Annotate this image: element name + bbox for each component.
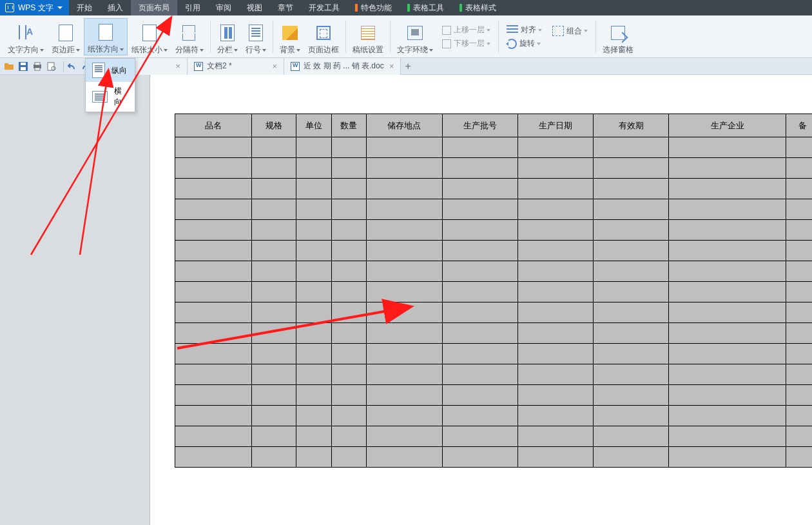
table-cell[interactable] <box>442 426 517 447</box>
table-cell[interactable] <box>175 241 252 261</box>
btn-selection-pane[interactable]: 选择窗格 <box>599 18 637 55</box>
table-cell[interactable] <box>252 406 296 426</box>
btn-bring-forward[interactable]: 上移一层 <box>440 23 493 37</box>
menu-review[interactable]: 审阅 <box>208 0 239 15</box>
close-icon[interactable]: × <box>272 61 277 71</box>
table-cell[interactable] <box>367 199 442 220</box>
table-cell[interactable] <box>252 426 296 447</box>
btn-orientation[interactable]: 纸张方向 <box>84 18 128 55</box>
table-cell[interactable] <box>296 302 332 323</box>
btn-align[interactable]: 对齐 <box>504 23 545 37</box>
table-cell[interactable] <box>669 137 786 158</box>
table-cell[interactable] <box>517 447 593 468</box>
table-cell[interactable] <box>442 220 517 241</box>
table-cell[interactable] <box>517 220 593 241</box>
table-cell[interactable] <box>786 447 812 468</box>
btn-text-direction[interactable]: 文字方向 <box>4 18 48 55</box>
table-cell[interactable] <box>296 344 332 364</box>
table-cell[interactable] <box>442 282 517 302</box>
table-cell[interactable] <box>367 282 442 302</box>
table-cell[interactable] <box>442 241 517 261</box>
table-cell[interactable] <box>331 302 367 323</box>
table-cell[interactable] <box>594 447 669 468</box>
table-row[interactable] <box>175 385 813 406</box>
table-cell[interactable] <box>594 261 669 282</box>
table-row[interactable] <box>175 261 813 282</box>
table-cell[interactable] <box>442 447 517 468</box>
table-row[interactable] <box>175 364 813 385</box>
table-cell[interactable] <box>367 426 442 447</box>
table-cell[interactable] <box>331 199 367 220</box>
table-cell[interactable] <box>594 344 669 364</box>
table-cell[interactable] <box>175 385 252 406</box>
table-cell[interactable] <box>252 199 296 220</box>
btn-line-numbers[interactable]: 行号 <box>242 18 270 55</box>
table-cell[interactable] <box>594 302 669 323</box>
table-cell[interactable] <box>594 220 669 241</box>
table-cell[interactable] <box>517 261 593 282</box>
table-row[interactable] <box>175 426 813 447</box>
table-cell[interactable] <box>517 344 593 364</box>
table-cell[interactable] <box>669 220 786 241</box>
table-cell[interactable] <box>175 199 252 220</box>
table-cell[interactable] <box>669 426 786 447</box>
table-cell[interactable] <box>175 261 252 282</box>
table-cell[interactable] <box>296 137 332 158</box>
table-cell[interactable] <box>442 323 517 344</box>
table-cell[interactable] <box>252 282 296 302</box>
table-cell[interactable] <box>594 385 669 406</box>
table-row[interactable] <box>175 241 813 261</box>
table-cell[interactable] <box>331 137 367 158</box>
table-cell[interactable] <box>786 323 812 344</box>
menu-devtools[interactable]: 开发工具 <box>301 0 347 15</box>
btn-columns[interactable]: 分栏 <box>213 18 242 55</box>
menu-start[interactable]: 开始 <box>69 0 100 15</box>
table-cell[interactable] <box>669 406 786 426</box>
btn-paper-size[interactable]: 纸张大小 <box>128 18 171 55</box>
table-cell[interactable] <box>517 323 593 344</box>
table-cell[interactable] <box>517 241 593 261</box>
menu-special[interactable]: 特色功能 <box>347 0 400 15</box>
table-cell[interactable] <box>442 385 517 406</box>
table-cell[interactable] <box>296 261 332 282</box>
table-cell[interactable] <box>669 364 786 385</box>
orientation-portrait[interactable]: 纵向 <box>86 59 135 82</box>
table-cell[interactable] <box>175 220 252 241</box>
btn-send-backward[interactable]: 下移一层 <box>440 37 493 50</box>
table-row[interactable] <box>175 158 813 179</box>
menu-table-tools[interactable]: 表格工具 <box>400 0 452 15</box>
table-cell[interactable] <box>367 385 442 406</box>
menu-references[interactable]: 引用 <box>177 0 208 15</box>
table-cell[interactable] <box>252 137 296 158</box>
table-cell[interactable] <box>175 447 252 468</box>
table-row[interactable] <box>175 447 813 468</box>
menu-table-style[interactable]: 表格样式 <box>452 0 504 15</box>
table-cell[interactable] <box>669 158 786 179</box>
table-cell[interactable] <box>442 302 517 323</box>
menu-insert[interactable]: 插入 <box>100 0 131 15</box>
table-cell[interactable] <box>175 344 252 364</box>
table-cell[interactable] <box>296 199 332 220</box>
table-cell[interactable] <box>517 426 593 447</box>
doc-tab-2[interactable]: 文档2 * × <box>188 58 284 75</box>
menu-view[interactable]: 视图 <box>239 0 270 15</box>
table-cell[interactable] <box>442 364 517 385</box>
undo-icon[interactable] <box>66 61 77 72</box>
table-cell[interactable] <box>367 220 442 241</box>
table-cell[interactable] <box>786 282 812 302</box>
table-cell[interactable] <box>252 385 296 406</box>
table-cell[interactable] <box>296 364 332 385</box>
table-row[interactable] <box>175 282 813 302</box>
table-cell[interactable] <box>367 344 442 364</box>
table-cell[interactable] <box>331 426 367 447</box>
table-cell[interactable] <box>252 241 296 261</box>
table-cell[interactable] <box>669 179 786 199</box>
table-cell[interactable] <box>331 241 367 261</box>
table-cell[interactable] <box>296 179 332 199</box>
table-cell[interactable] <box>367 137 442 158</box>
table-cell[interactable] <box>296 220 332 241</box>
btn-background[interactable]: 背景 <box>276 18 304 55</box>
table-cell[interactable] <box>786 199 812 220</box>
table-cell[interactable] <box>442 137 517 158</box>
add-doc-button[interactable]: + <box>401 58 415 75</box>
